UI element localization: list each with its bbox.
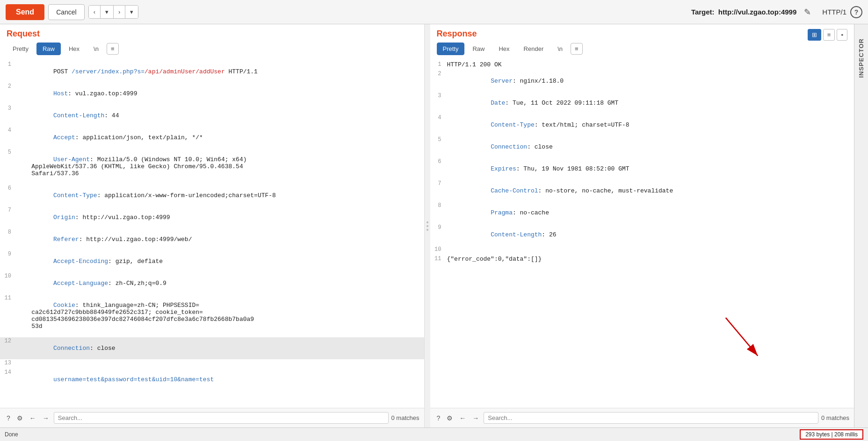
http-version-label: HTTP/1 [822,8,846,16]
request-help-icon[interactable]: ? [5,413,12,423]
divider-dot-2 [427,225,428,227]
inspector-sidebar: INSPECTOR [854,24,868,427]
response-line-9: 9 Content-Length: 26 [430,224,854,246]
tab-response-render[interactable]: Render [518,43,550,55]
view-toggle-group: ⊞ ≡ ▪ [808,29,847,41]
response-line-6: 6 Expires: Thu, 19 Nov 1981 08:52:00 GMT [430,158,854,180]
request-line-11: 11 Cookie: think_language=zh-CN; PHPSESS… [0,294,424,337]
request-search-fwd-button[interactable]: → [41,413,51,423]
status-bar: Done 293 bytes | 208 millis [0,427,868,441]
status-left: Done [5,431,18,438]
toolbar: Send Cancel ‹ ▾ › ▾ Target: http://vul.z… [0,0,868,24]
inspector-label: INSPECTOR [858,38,865,78]
request-line-9: 9 Accept-Encoding: gzip, deflate [0,250,424,272]
response-matches-label: 0 matches [821,414,849,421]
request-line-12: 12 Connection: close [0,337,424,359]
request-line-7: 7 Origin: http://vul.zgao.top:4999 [0,206,424,228]
response-settings-icon[interactable]: ⚙ [445,413,455,423]
request-matches-label: 0 matches [391,414,420,421]
nav-button-group: ‹ ▾ › ▾ [88,5,139,19]
request-search-bar: ? ⚙ ← → 0 matches [0,408,424,427]
response-line-5: 5 Connection: close [430,136,854,158]
nav-back-dropdown-button[interactable]: ▾ [101,6,114,18]
request-tab-menu[interactable]: ≡ [107,43,119,55]
panel-divider [425,24,430,427]
tab-request-pretty[interactable]: Pretty [7,43,35,55]
request-line-1: 1 POST /server/index.php?s=/api/adminUse… [0,61,424,83]
tab-request-hex[interactable]: Hex [63,43,86,55]
request-search-back-button[interactable]: ← [28,413,38,423]
tab-request-raw[interactable]: Raw [36,43,61,55]
request-line-5: 5 User-Agent: Mozilla/5.0 (Windows NT 10… [0,149,424,185]
view-split-button[interactable]: ⊞ [808,29,821,41]
tab-response-hex[interactable]: Hex [492,43,515,55]
request-panel-header: Request Pretty Raw Hex \n ≡ [0,24,424,58]
target-label-text: Target: [691,8,715,16]
response-panel: Response ⊞ ≡ ▪ Pretty Raw Hex Render \n … [430,24,854,427]
request-line-4: 4 Accept: application/json, text/plain, … [0,127,424,149]
main-content: Request Pretty Raw Hex \n ≡ 1 POST /serv… [0,24,868,427]
request-line-2: 2 Host: vul.zgao.top:4999 [0,83,424,105]
request-tab-bar: Pretty Raw Hex \n ≡ [7,43,418,55]
nav-fwd-button[interactable]: › [114,6,125,18]
response-code-area[interactable]: 1 HTTP/1.1 200 OK 2 Server: nginx/1.18.0… [430,58,854,408]
divider-dot-3 [427,229,428,231]
view-single-button[interactable]: ▪ [837,29,847,41]
request-settings-icon[interactable]: ⚙ [15,413,25,423]
tab-response-raw[interactable]: Raw [466,43,491,55]
tab-response-pretty[interactable]: Pretty [437,43,465,55]
response-title: Response [437,29,477,39]
response-tab-bar: Pretty Raw Hex Render \n ≡ [437,43,848,55]
response-line-2: 2 Server: nginx/1.18.0 [430,70,854,92]
request-code-area[interactable]: 1 POST /server/index.php?s=/api/adminUse… [0,58,424,408]
nav-back-button[interactable]: ‹ [89,6,101,18]
request-title: Request [7,29,418,39]
send-button[interactable]: Send [6,4,44,20]
view-list-button[interactable]: ≡ [823,29,835,41]
request-line-10: 10 Accept-Language: zh-CN,zh;q=0.9 [0,272,424,294]
request-line-3: 3 Content-Length: 44 [0,105,424,127]
response-header-row: Response ⊞ ≡ ▪ [437,29,848,43]
request-panel: Request Pretty Raw Hex \n ≡ 1 POST /serv… [0,24,425,427]
status-right-box: 293 bytes | 208 millis [800,429,863,440]
response-line-8: 8 Pragma: no-cache [430,202,854,224]
tab-response-newline[interactable]: \n [551,43,569,55]
response-line-4: 4 Content-Type: text/html; charset=UTF-8 [430,114,854,136]
response-line-3: 3 Date: Tue, 11 Oct 2022 09:11:18 GMT [430,92,854,114]
request-line-14: 14 username=test&password=test&uid=10&na… [0,369,424,391]
target-url: http://vul.zgao.top:4999 [718,8,797,16]
request-line-13: 13 [0,359,424,369]
nav-fwd-dropdown-button[interactable]: ▾ [125,6,138,18]
divider-dot-1 [427,221,428,223]
response-search-fwd-button[interactable]: → [470,413,481,423]
response-panel-inner: 1 HTTP/1.1 200 OK 2 Server: nginx/1.18.0… [430,58,854,408]
response-search-input[interactable] [484,412,818,424]
cancel-button[interactable]: Cancel [48,4,85,20]
tab-request-newline[interactable]: \n [87,43,105,55]
help-button[interactable]: ? [850,6,862,18]
edit-target-button[interactable]: ✎ [800,5,815,19]
response-help-icon[interactable]: ? [435,413,442,423]
response-line-1: 1 HTTP/1.1 200 OK [430,61,854,70]
response-panel-header: Response ⊞ ≡ ▪ Pretty Raw Hex Render \n … [430,24,854,58]
request-line-6: 6 Content-Type: application/x-www-form-u… [0,185,424,206]
target-label: Target: http://vul.zgao.top:4999 [691,8,796,16]
response-tab-menu[interactable]: ≡ [571,43,583,55]
response-line-10: 10 [430,246,854,255]
request-search-input[interactable] [54,412,389,424]
response-line-11: 11 {"error_code":0,"data":[]} [430,255,854,264]
response-search-back-button[interactable]: ← [457,413,468,423]
status-bytes-millis: 293 bytes | 208 millis [805,431,858,438]
response-search-bar: ? ⚙ ← → 0 matches [430,408,854,427]
response-line-7: 7 Cache-Control: no-store, no-cache, mus… [430,180,854,202]
request-line-8: 8 Referer: http://vul.zgao.top:4999/web/ [0,228,424,250]
